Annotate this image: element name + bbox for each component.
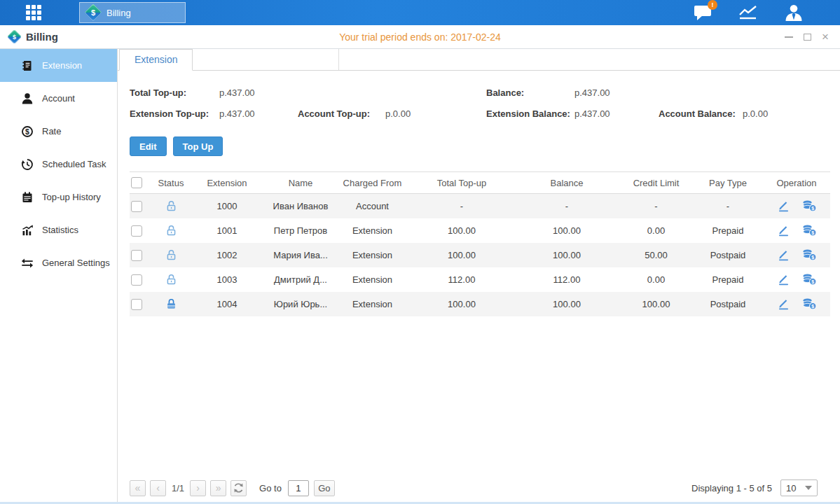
topbar-right-icons: ! (693, 4, 840, 22)
svg-text:$: $ (811, 206, 814, 211)
row-checkbox[interactable] (131, 299, 142, 310)
cell-pay-type: Prepaid (693, 225, 763, 236)
col-status: Status (153, 178, 188, 188)
cell-total-topup: - (409, 201, 514, 211)
cell-extension: 1000 (188, 201, 266, 211)
summary-row-2: Extension Top-up: p.437.00 Account Top-u… (130, 103, 830, 124)
col-credit-limit: Credit Limit (619, 178, 693, 188)
col-pay-type: Pay Type (693, 178, 763, 188)
notifications-icon[interactable]: ! (693, 4, 712, 22)
close-icon[interactable]: × (822, 33, 829, 41)
lock-open-icon (165, 200, 177, 212)
sidebar-item-label: Scheduled Task (42, 159, 106, 169)
topup-coins-icon[interactable]: $ (802, 249, 817, 261)
sidebar-item-statistics[interactable]: Statistics (0, 214, 117, 246)
cell-extension: 1002 (188, 250, 266, 260)
row-checkbox[interactable] (131, 201, 142, 212)
cell-charged-from: Extension (336, 250, 409, 260)
table-row: 1001 Петр Петров Extension 100.00 100.00… (130, 218, 830, 243)
calendar-icon (21, 191, 34, 204)
minimize-icon[interactable] (785, 36, 793, 38)
sidebar-item-account[interactable]: Account (0, 82, 117, 115)
window-title: Billing (26, 31, 58, 43)
cell-charged-from: Extension (336, 274, 409, 285)
tab-extension[interactable]: Extension (119, 49, 193, 71)
refresh-button[interactable] (230, 480, 247, 496)
row-checkbox[interactable] (131, 274, 142, 286)
sidebar-item-scheduled-task[interactable]: Scheduled Task (0, 148, 117, 181)
col-total-topup: Total Top-up (409, 178, 514, 188)
balance-summary: Total Top-up: p.437.00 Balance: p.437.00… (130, 82, 830, 124)
topup-coins-icon[interactable]: $ (802, 298, 817, 310)
col-balance: Balance (514, 178, 619, 188)
goto-page-input[interactable] (288, 480, 309, 496)
first-page-button[interactable]: « (130, 480, 146, 496)
edit-pencil-icon[interactable] (777, 225, 790, 237)
row-checkbox[interactable] (131, 225, 142, 237)
cell-total-topup: 100.00 (409, 225, 514, 236)
sidebar-item-topup-history[interactable]: Top-up History (0, 181, 117, 214)
main-panel: Extension Total Top-up: p.437.00 Balance… (118, 49, 840, 504)
edit-pencil-icon[interactable] (777, 274, 790, 286)
top-up-button[interactable]: Top Up (173, 136, 223, 156)
svg-text:$: $ (811, 304, 814, 309)
resource-monitor-icon[interactable] (738, 4, 758, 22)
cell-extension: 1003 (188, 274, 266, 285)
col-extension: Extension (188, 178, 266, 188)
svg-text:$: $ (25, 127, 29, 135)
cell-balance: 100.00 (514, 225, 619, 236)
last-page-button[interactable]: » (210, 480, 226, 496)
sidebar-item-rate[interactable]: $ Rate (0, 115, 117, 148)
goto-label: Go to (259, 483, 282, 493)
sidebar: Extension Account $ Rate (0, 49, 118, 504)
svg-text:$: $ (811, 230, 814, 236)
col-charged-from: Charged From (336, 178, 409, 188)
row-checkbox[interactable] (131, 250, 142, 261)
svg-text:$: $ (811, 279, 814, 285)
tab-strip: Extension (118, 49, 840, 71)
billing-app-window: $ Billing ! (0, 0, 840, 504)
cell-charged-from: Account (336, 201, 409, 211)
summary-row-1: Total Top-up: p.437.00 Balance: p.437.00 (130, 82, 830, 103)
account-balance-label: Account Balance: (659, 108, 743, 119)
billing-diamond-icon: $ (84, 4, 102, 21)
user-account-icon[interactable] (784, 4, 804, 22)
app-launcher-grid-icon[interactable] (26, 5, 48, 20)
svg-text:$: $ (811, 255, 814, 260)
sidebar-item-label: General Settings (42, 258, 110, 268)
topup-coins-icon[interactable]: $ (802, 225, 817, 237)
sidebar-item-extension[interactable]: Extension (0, 49, 117, 82)
go-button[interactable]: Go (314, 480, 335, 496)
topup-coins-icon[interactable]: $ (802, 200, 817, 212)
cell-balance: 112.00 (514, 274, 619, 285)
chevron-down-icon (805, 486, 812, 490)
edit-pencil-icon[interactable] (777, 249, 790, 261)
displaying-text: Displaying 1 - 5 of 5 (691, 483, 772, 493)
action-buttons: Edit Top Up (130, 136, 830, 156)
topup-coins-icon[interactable]: $ (802, 274, 817, 286)
window-controls: × (785, 33, 840, 41)
edit-pencil-icon[interactable] (777, 298, 790, 310)
table-row: 1003 Дмитрий Д... Extension 112.00 112.0… (130, 267, 830, 292)
cell-name: Иван Иванов (266, 201, 336, 211)
next-page-button[interactable]: › (190, 480, 206, 496)
edit-button[interactable]: Edit (130, 136, 167, 156)
sidebar-item-general-settings[interactable]: General Settings (0, 246, 117, 279)
select-all-checkbox[interactable] (131, 177, 142, 188)
cell-credit-limit: 0.00 (619, 274, 693, 285)
extension-balance-label: Extension Balance: (486, 108, 574, 119)
prev-page-button[interactable]: ‹ (150, 480, 166, 496)
app-tab-billing[interactable]: $ Billing (79, 2, 186, 23)
maximize-icon[interactable] (804, 34, 811, 41)
table-row: 1000 Иван Иванов Account - - - - (130, 194, 830, 218)
lock-open-icon (165, 225, 177, 237)
extension-balance-value: p.437.00 (574, 108, 659, 119)
cell-total-topup: 100.00 (409, 299, 514, 309)
account-topup-value: p.0.00 (385, 108, 411, 119)
page-size-select[interactable]: 10 (780, 479, 818, 496)
sidebar-item-label: Extension (42, 60, 82, 71)
cell-credit-limit: 100.00 (619, 299, 693, 309)
edit-pencil-icon[interactable] (777, 200, 790, 212)
cell-pay-type: Prepaid (693, 274, 763, 285)
cell-credit-limit: - (619, 201, 693, 211)
